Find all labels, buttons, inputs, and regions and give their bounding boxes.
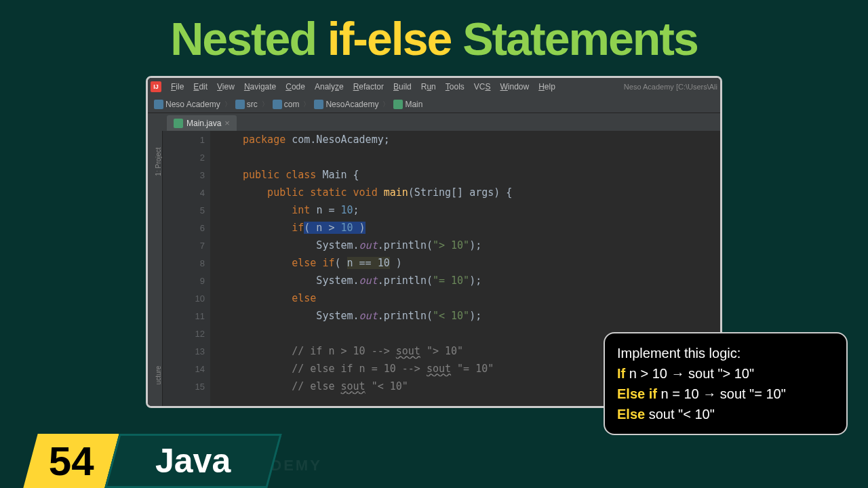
code-line	[243, 148, 720, 166]
line-number: 6💡	[163, 219, 210, 237]
menu-navigate[interactable]: Navigate	[240, 81, 280, 93]
logic-hint-box: Implement this logic: If n > 10 → sout "…	[604, 332, 848, 435]
hint-row: Else sout "< 10"	[617, 404, 834, 424]
editor-tab-main[interactable]: Main.java ×	[167, 115, 237, 131]
editor-gutter: 1 2 3▶ 4▶ 5 6💡 7 8 9 10 11 12 13 14 15	[163, 131, 210, 406]
menu-refactor[interactable]: Refactor	[349, 81, 388, 93]
hint-row: If n > 10 → sout "> 10"	[617, 363, 834, 384]
structure-tool-button[interactable]: ucture	[155, 359, 162, 392]
project-tool-button[interactable]: 1: Project	[155, 145, 162, 179]
package-icon	[314, 100, 323, 109]
editor-tab-bar: Main.java ×	[148, 113, 720, 131]
title-accent: if-else	[328, 13, 452, 64]
menu-window[interactable]: Window	[496, 81, 533, 93]
code-line: public class Main {	[243, 166, 720, 184]
language-label-box: Java	[104, 434, 281, 488]
code-line: int n = 10;	[243, 201, 720, 219]
code-line: public static void main(String[] args) {	[243, 184, 720, 201]
footer: 54 Java	[0, 434, 868, 488]
line-number: 11	[163, 307, 210, 325]
title-pre: Nested	[170, 13, 328, 64]
code-line: package com.NesoAcademy;	[243, 131, 720, 148]
breadcrumb-com[interactable]: com	[271, 100, 302, 109]
line-number: 13	[163, 342, 210, 360]
intellij-logo-icon: IJ	[151, 81, 161, 92]
tool-window-bar: 1: Project ucture	[148, 131, 163, 406]
code-line: System.out.println("= 10");	[243, 272, 720, 289]
breadcrumb-class[interactable]: Main	[391, 100, 425, 109]
code-line: else if( n == 10 )	[243, 254, 720, 272]
episode-number-box: 54	[23, 434, 119, 488]
line-number: 2	[163, 148, 210, 166]
breadcrumb-bar: Neso Academy〉 src〉 com〉 NesoAcademy〉 Mai…	[148, 96, 720, 113]
line-number: 3▶	[163, 166, 210, 184]
line-number: 1	[163, 131, 210, 148]
breadcrumb-src[interactable]: src	[233, 100, 260, 109]
menu-edit[interactable]: Edit	[189, 81, 212, 93]
line-number: 4▶	[163, 184, 210, 201]
menu-code[interactable]: Code	[281, 81, 309, 93]
page-title: Nested if-else Statements	[0, 12, 868, 65]
line-number: 5	[163, 201, 210, 219]
class-icon	[174, 119, 183, 128]
menu-tools[interactable]: Tools	[441, 81, 469, 93]
line-number: 7	[163, 237, 210, 254]
hint-row: Else if n = 10 → sout "= 10"	[617, 384, 834, 404]
code-line: if( n > 10 )	[243, 219, 720, 237]
menu-help[interactable]: Help	[534, 81, 559, 93]
line-number: 10	[163, 289, 210, 307]
line-number: 8	[163, 254, 210, 272]
window-title-path: Neso Academy [C:\Users\Ali	[624, 83, 717, 91]
menu-build[interactable]: Build	[389, 81, 416, 93]
line-number: 12	[163, 325, 210, 342]
code-line: else	[243, 289, 720, 307]
folder-icon	[154, 100, 163, 109]
code-line: System.out.println("> 10");	[243, 237, 720, 254]
line-number: 14	[163, 360, 210, 378]
close-tab-icon[interactable]: ×	[224, 118, 230, 128]
menu-vcs[interactable]: VCS	[470, 81, 495, 93]
menu-view[interactable]: View	[213, 81, 239, 93]
code-line: System.out.println("< 10");	[243, 307, 720, 325]
menu-file[interactable]: File	[167, 81, 188, 93]
menu-bar: IJ File Edit View Navigate Code Analyze …	[148, 78, 720, 96]
tab-label: Main.java	[186, 119, 221, 128]
breadcrumb-pkg[interactable]: NesoAcademy	[312, 100, 380, 109]
menu-analyze[interactable]: Analyze	[311, 81, 348, 93]
package-icon	[273, 100, 282, 109]
hint-title: Implement this logic:	[617, 343, 834, 363]
breadcrumb-project[interactable]: Neso Academy	[152, 100, 222, 109]
folder-icon	[235, 100, 245, 109]
class-icon	[393, 100, 403, 109]
title-post: Statements	[451, 13, 697, 64]
line-number: 9	[163, 272, 210, 289]
line-number: 15	[163, 378, 210, 395]
menu-run[interactable]: Run	[417, 81, 440, 93]
